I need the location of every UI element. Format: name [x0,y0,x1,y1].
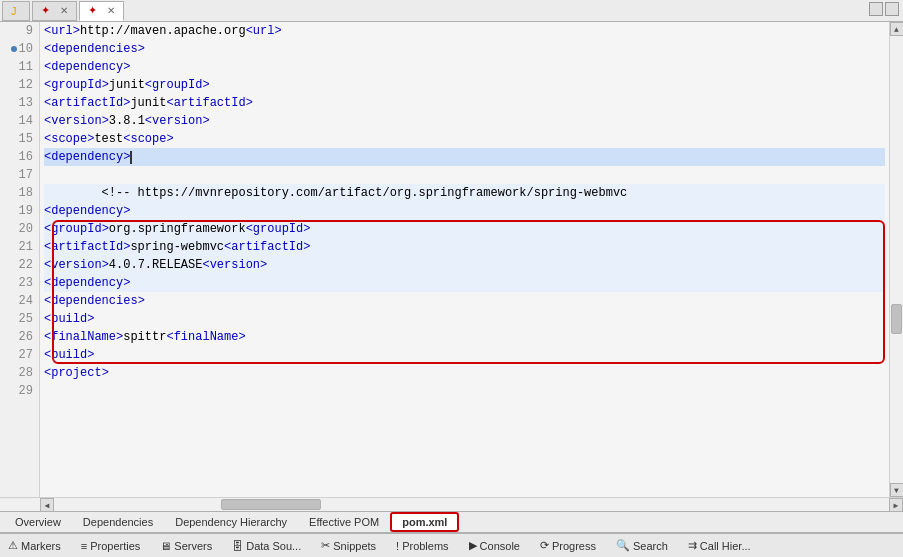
bottom-tab-pom-xml[interactable]: pom.xml [390,512,459,532]
line-number: 24 [6,292,33,310]
status-item-label: Console [480,540,520,552]
progress-icon: ⟳ [540,539,549,552]
console-icon: ▶ [469,539,477,552]
scroll-left-arrow[interactable]: ◀ [40,498,54,512]
code-line: <artifactId>spring-webmvc<artifactId> [44,238,885,256]
tab-close-icon[interactable]: ✕ [107,5,115,16]
status-item-search[interactable]: 🔍Search [612,538,672,553]
status-item-problems[interactable]: !Problems [392,539,453,553]
status-item-label: Properties [90,540,140,552]
status-item-progress[interactable]: ⟳Progress [536,538,600,553]
horizontal-scrollbar[interactable]: ◀ ▶ [0,497,903,511]
status-item-servers[interactable]: 🖥Servers [156,539,216,553]
line-number: 29 [6,382,33,400]
status-item-label: Call Hier... [700,540,751,552]
code-line [44,382,885,400]
status-item-label: Search [633,540,668,552]
scroll-track[interactable] [890,36,903,483]
status-item-label: Servers [174,540,212,552]
bottom-tab-overview[interactable]: Overview [4,512,72,532]
scroll-thumb[interactable] [891,304,902,334]
line-number: 10 [6,40,33,58]
status-item-label: Progress [552,540,596,552]
code-line: <groupId>junit<groupId> [44,76,885,94]
code-line: <build> [44,346,885,364]
line-number: 27 [6,346,33,364]
tab-index-jsp[interactable]: J [2,1,30,21]
snippets-icon: ✂ [321,539,330,552]
status-bar: ⚠Markers≡Properties🖥Servers🗄Data Sou...✂… [0,533,903,557]
line-number: 17 [6,166,33,184]
code-line: <dependency> [44,148,885,166]
line-number: 13 [6,94,33,112]
bottom-tab-dep-hierarchy[interactable]: Dependency Hierarchy [164,512,298,532]
code-line: <groupId>org.springframework<groupId> [44,220,885,238]
code-line: <artifactId>junit<artifactId> [44,94,885,112]
status-item-snippets[interactable]: ✂Snippets [317,538,380,553]
status-item-label: Problems [402,540,448,552]
markers-icon: ⚠ [8,539,18,552]
line-number: 19 [6,202,33,220]
status-item-markers[interactable]: ⚠Markers [4,538,65,553]
code-editor[interactable]: <url>http://maven.apache.org<url> <depen… [40,22,889,497]
status-item-label: Data Sou... [246,540,301,552]
status-item-label: Markers [21,540,61,552]
search-icon: 🔍 [616,539,630,552]
minimize-button[interactable] [869,2,883,16]
line-number: 26 [6,328,33,346]
status-item-call-hier[interactable]: ⇉Call Hier... [684,538,755,553]
code-line: <dependency> [44,202,885,220]
code-line: <version>3.8.1<version> [44,112,885,130]
bottom-tabs: OverviewDependenciesDependency Hierarchy… [0,511,903,533]
scroll-up-arrow[interactable]: ▲ [890,22,904,36]
tab-close-icon[interactable]: ✕ [60,5,68,16]
problems-icon: ! [396,540,399,552]
line-number: 21 [6,238,33,256]
code-line: <scope>test<scope> [44,130,885,148]
code-line: <finalName>spittr<finalName> [44,328,885,346]
line-number: 18 [6,184,33,202]
status-item-properties[interactable]: ≡Properties [77,539,145,553]
line-numbers: 9101112131415161718192021222324252627282… [0,22,40,497]
code-line: <dependency> [44,58,885,76]
restore-button[interactable] [885,2,899,16]
file-icon: ✦ [88,4,97,17]
code-line: <project> [44,364,885,382]
line-number: 15 [6,130,33,148]
line-number: 12 [6,76,33,94]
editor-wrapper: 9101112131415161718192021222324252627282… [0,22,903,497]
line-number: 20 [6,220,33,238]
tab-spittr-pom[interactable]: ✦ ✕ [32,1,77,21]
vertical-scrollbar[interactable]: ▲ ▼ [889,22,903,497]
servers-icon: 🖥 [160,540,171,552]
file-icon: ✦ [41,4,50,17]
tab-bar: J ✦ ✕ ✦ ✕ [0,0,903,22]
line-number: 14 [6,112,33,130]
scroll-down-arrow[interactable]: ▼ [890,483,904,497]
line-number: 16 [6,148,33,166]
code-line: <url>http://maven.apache.org<url> [44,22,885,40]
scroll-thumb-h[interactable] [221,499,321,510]
bottom-tab-effective-pom[interactable]: Effective POM [298,512,390,532]
code-line: <!-- https://mvnrepository.com/artifact/… [44,184,885,202]
line-number: 22 [6,256,33,274]
scroll-right-arrow[interactable]: ▶ [889,498,903,512]
code-line: <dependencies> [44,292,885,310]
code-line: <build> [44,310,885,328]
call-hier-icon: ⇉ [688,539,697,552]
data-source-icon: 🗄 [232,540,243,552]
code-line: <dependency> [44,274,885,292]
line-number: 9 [6,22,33,40]
code-line: <version>4.0.7.RELEASE<version> [44,256,885,274]
scroll-track-h[interactable] [54,498,889,511]
bottom-tab-dependencies[interactable]: Dependencies [72,512,164,532]
line-number: 11 [6,58,33,76]
status-item-data-source[interactable]: 🗄Data Sou... [228,539,305,553]
properties-icon: ≡ [81,540,87,552]
status-item-console[interactable]: ▶Console [465,538,524,553]
status-item-label: Snippets [333,540,376,552]
tab-testspring-pom[interactable]: ✦ ✕ [79,1,124,21]
window-controls [869,2,899,16]
code-line [44,166,885,184]
line-number: 25 [6,310,33,328]
